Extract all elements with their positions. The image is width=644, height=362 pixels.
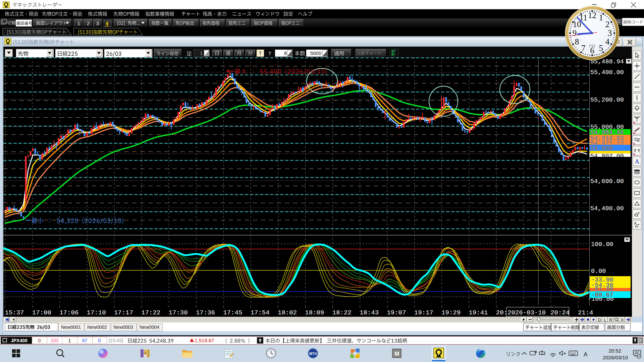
svg-text:17:22: 17:22: [141, 309, 160, 316]
svg-text:PM: PM: [589, 43, 595, 48]
svg-text:2026-03-10: 2026-03-10: [507, 309, 546, 316]
svg-text:New0002: New0002: [87, 324, 107, 330]
svg-text:17:06: 17:06: [59, 309, 78, 316]
svg-text:7: 7: [581, 44, 586, 53]
svg-text:3: 3: [96, 20, 99, 26]
svg-text:15:37: 15:37: [5, 309, 24, 316]
svg-text:1: 1: [77, 20, 80, 26]
svg-text:R: R: [609, 317, 612, 322]
svg-text:17:00: 17:00: [32, 309, 51, 316]
svg-text:17:30: 17:30: [169, 309, 188, 316]
svg-text:M: M: [394, 351, 399, 357]
svg-text:[15:45]: [15:45]: [109, 338, 123, 343]
svg-text:12: 12: [588, 11, 596, 20]
svg-text:New0001: New0001: [61, 324, 81, 330]
svg-text:New0003: New0003: [113, 324, 133, 330]
svg-text:1: 1: [68, 338, 71, 343]
svg-text:19:17: 19:17: [414, 309, 433, 316]
svg-text:19:29: 19:29: [441, 309, 461, 316]
svg-text:T: T: [259, 51, 262, 56]
svg-text:1: 1: [200, 51, 203, 56]
svg-text:8: 8: [284, 50, 287, 56]
svg-text:MT4: MT4: [309, 352, 317, 356]
svg-text:D: D: [598, 317, 601, 322]
svg-text:1: 1: [638, 354, 640, 359]
svg-text:0: 0: [98, 338, 101, 343]
svg-text:4: 4: [605, 37, 610, 46]
svg-text:5: 5: [599, 44, 603, 53]
svg-text:20:24: 20:24: [550, 309, 570, 316]
svg-text:T: T: [268, 51, 271, 56]
svg-text:2: 2: [605, 20, 610, 29]
svg-text:17:45: 17:45: [223, 309, 242, 316]
svg-text:2026/03/10: 2026/03/10: [603, 355, 628, 360]
svg-text:L: L: [604, 317, 606, 322]
svg-text:A: A: [584, 351, 588, 358]
svg-text:20:52: 20:52: [608, 348, 621, 354]
svg-text:17:36: 17:36: [196, 309, 215, 316]
svg-text:18:02: 18:02: [278, 309, 297, 316]
svg-text:4: 4: [106, 20, 109, 26]
svg-text:55,400.00: 55,400.00: [590, 69, 624, 76]
svg-text:2: 2: [87, 20, 90, 26]
svg-text:A: A: [635, 158, 639, 165]
svg-text:21:4: 21:4: [578, 309, 593, 316]
svg-text:18:22: 18:22: [332, 309, 352, 316]
svg-text:New0004: New0004: [140, 324, 159, 330]
svg-text:JPX400: JPX400: [11, 338, 28, 343]
svg-text:A: A: [634, 222, 637, 225]
svg-text:5000: 5000: [310, 50, 321, 56]
svg-text:F: F: [639, 339, 642, 343]
svg-text:17:17: 17:17: [114, 309, 133, 316]
svg-text:330: 330: [51, 338, 59, 343]
svg-text:19:07: 19:07: [387, 309, 406, 316]
svg-text:19:41: 19:41: [469, 309, 488, 316]
svg-text:18:09: 18:09: [305, 309, 324, 316]
svg-text:18:43: 18:43: [360, 309, 379, 316]
svg-text:55,200.00: 55,200.00: [590, 97, 624, 104]
svg-text:54,600.00: 54,600.00: [590, 178, 624, 185]
svg-text:3: 3: [608, 28, 612, 38]
svg-text:8: 8: [575, 37, 579, 46]
svg-text:0: 0: [38, 338, 41, 343]
svg-text:17:10: 17:10: [87, 309, 106, 316]
svg-text:X: X: [621, 317, 624, 322]
svg-text:1,519.67: 1,519.67: [195, 338, 214, 343]
svg-text:9: 9: [573, 28, 577, 38]
svg-text:0.00: 0.00: [591, 268, 606, 275]
svg-text:67: 67: [82, 338, 88, 343]
svg-text:54,400.00: 54,400.00: [590, 205, 624, 212]
svg-text:1: 1: [599, 13, 603, 22]
svg-text:100.00: 100.00: [591, 241, 613, 248]
svg-text:-88.67: -88.67: [591, 292, 613, 299]
svg-text:17:54: 17:54: [251, 309, 270, 316]
svg-text:54,850: 54,850: [590, 145, 613, 152]
